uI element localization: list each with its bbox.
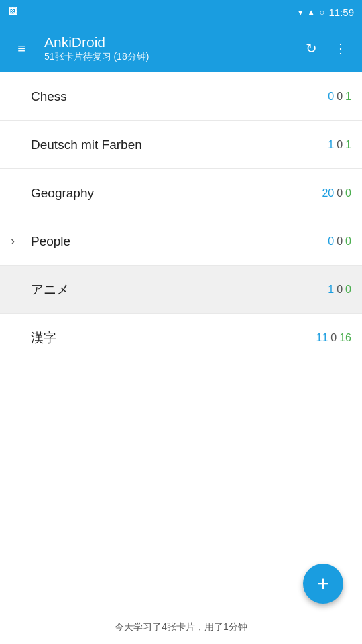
add-deck-button[interactable]: + [303, 564, 343, 604]
deck-item-deutsch[interactable]: Deutsch mit Farben101 [0, 121, 362, 169]
circle-icon: ○ [320, 7, 325, 17]
deck-item-anime[interactable]: アニメ100 [0, 266, 362, 314]
count-black-deutsch: 0 [337, 139, 343, 151]
count-black-people: 0 [337, 235, 343, 248]
deck-item-chess[interactable]: Chess001 [0, 72, 362, 121]
count-blue-people: 0 [328, 235, 334, 248]
deck-name-anime: アニメ [31, 281, 328, 299]
status-icons: ▾ ▲ ○ 11:59 [298, 7, 354, 18]
deck-item-geography[interactable]: Geography2000 [0, 169, 362, 217]
app-title: AnkiDroid [44, 34, 288, 50]
toolbar-subtitle: 51张卡片待复习 (18分钟) [44, 51, 288, 63]
bottom-stats-text: 今天学习了4张卡片，用了1分钟 [0, 621, 362, 633]
deck-counts-chess: 001 [328, 91, 351, 103]
count-blue-deutsch: 1 [328, 139, 334, 151]
add-icon: + [317, 572, 330, 596]
deck-list: Chess001Deutsch mit Farben101Geography20… [0, 72, 362, 362]
status-time: 11:59 [328, 7, 354, 18]
deck-name-kanji: 漢字 [31, 329, 316, 347]
count-green-kanji: 16 [339, 332, 351, 344]
count-black-geography: 0 [337, 187, 343, 199]
status-bar: 🖼 ▾ ▲ ○ 11:59 [0, 0, 362, 24]
count-black-kanji: 0 [330, 332, 337, 344]
toolbar-titles: AnkiDroid 51张卡片待复习 (18分钟) [44, 34, 288, 62]
deck-name-people: People [31, 234, 328, 249]
deck-name-deutsch: Deutsch mit Farben [31, 138, 328, 152]
status-left-icons: 🖼 [8, 5, 17, 17]
count-blue-kanji: 11 [316, 332, 328, 344]
count-blue-anime: 1 [328, 284, 334, 296]
hamburger-icon: ≡ [17, 41, 25, 56]
count-green-geography: 0 [345, 187, 351, 199]
toolbar: ≡ AnkiDroid 51张卡片待复习 (18分钟) ↻ ⋮ [0, 24, 362, 72]
deck-counts-geography: 2000 [322, 187, 351, 199]
deck-name-geography: Geography [31, 186, 322, 201]
menu-button[interactable]: ≡ [9, 36, 34, 60]
deck-item-kanji[interactable]: 漢字11016 [0, 314, 362, 362]
deck-name-chess: Chess [31, 89, 328, 104]
count-black-chess: 0 [337, 91, 343, 103]
deck-item-people[interactable]: ›People000 [0, 217, 362, 266]
count-blue-geography: 20 [322, 187, 334, 199]
image-icon: 🖼 [8, 6, 17, 17]
count-green-people: 0 [345, 235, 351, 248]
count-black-anime: 0 [337, 284, 343, 296]
count-green-deutsch: 1 [345, 139, 351, 151]
deck-counts-people: 000 [328, 235, 351, 248]
count-green-chess: 1 [345, 91, 351, 103]
count-green-anime: 0 [345, 284, 351, 296]
more-icon: ⋮ [334, 40, 347, 56]
sync-button[interactable]: ↻ [299, 36, 323, 60]
toolbar-actions: ↻ ⋮ [299, 36, 353, 60]
more-options-button[interactable]: ⋮ [328, 36, 353, 60]
deck-counts-deutsch: 101 [328, 139, 351, 151]
sync-icon: ↻ [306, 40, 317, 56]
deck-arrow-people: › [11, 234, 31, 248]
signal-icon: ▲ [307, 7, 316, 17]
wifi-icon: ▾ [298, 7, 303, 17]
deck-counts-kanji: 11016 [316, 332, 352, 344]
count-blue-chess: 0 [328, 91, 334, 103]
deck-counts-anime: 100 [328, 284, 351, 296]
